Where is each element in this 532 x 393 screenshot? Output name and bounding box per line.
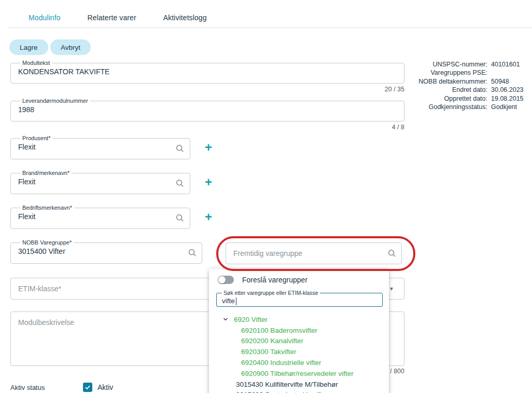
search-icon[interactable] (175, 179, 185, 188)
aktiv-checkbox[interactable] (83, 383, 92, 392)
tab-divider (7, 28, 532, 28)
add-brand-button[interactable]: + (202, 176, 215, 188)
info-label: NOBB deltakernummer: (409, 77, 487, 86)
info-value: 30.06.2023 (491, 86, 524, 94)
text-cursor (236, 297, 236, 305)
varegruppe-search-label: Søk etter varegruppe eller ETIM-klasse (222, 290, 320, 296)
leverandormodulnummer-counter: 4 / 8 (353, 124, 404, 131)
aktiv-checkbox-label: Aktiv (97, 383, 113, 391)
tree-node-3015430[interactable]: 3015430 Kullfiltervifte M/Tilbehør (209, 379, 389, 390)
tree-node-6920400[interactable]: 6920400 Industrielle vifter (209, 357, 389, 368)
modultekst-counter: 20 / 35 (353, 86, 404, 93)
tree-node-partial[interactable]: 3015690 Sentralavtrekksvifter (209, 390, 389, 393)
tree-node-6920[interactable]: 6920 Vifter (209, 314, 389, 325)
tree-node-6920200[interactable]: 6920200 Kanalvifter (209, 336, 389, 347)
tab-bar: Modulinfo Relaterte varer Aktivitetslogg (29, 13, 207, 22)
nobb-varegruppe-label: NOBB Varegruppe* (20, 239, 74, 246)
info-label: Opprettet dato: (409, 94, 487, 103)
info-label: UNSPSC-nummer: (409, 60, 487, 69)
toggle-knob (218, 276, 226, 283)
tree-node-6920900[interactable]: 6920900 Tilbehør/reservedeler vifter (209, 368, 389, 379)
varegruppe-search-field: Søk etter varegruppe eller ETIM-klasse (216, 290, 383, 307)
module-edit-page: Modulinfo Relaterte varer Aktivitetslogg… (0, 0, 532, 393)
modultekst-input[interactable] (17, 67, 398, 76)
modultekst-field: Modultekst (10, 60, 404, 84)
foresla-varegrupper-toggle[interactable]: Foreslå varegrupper (218, 276, 307, 284)
info-label: Varegruppens PSE: (409, 69, 487, 77)
info-label: Endret dato: (409, 86, 487, 94)
module-info-panel: UNSPSC-nummer: 40101601 Varegruppens PSE… (409, 60, 524, 111)
search-icon[interactable] (175, 213, 185, 223)
add-produsent-button[interactable]: + (202, 141, 215, 154)
produsent-field: Produsent* (10, 135, 190, 159)
info-row-opprettet-dato: Opprettet dato: 19.08.2015 (409, 94, 524, 103)
leverandormodulnummer-label: Leverandørmodulnummer (20, 98, 90, 104)
search-icon[interactable] (175, 144, 185, 153)
brand-merkenavn-input[interactable] (17, 177, 184, 186)
info-row-deltakernummer: NOBB deltakernummer: 50948 (409, 77, 524, 86)
info-value: Godkjent (491, 103, 517, 111)
add-bedriftsmerkenavn-button[interactable]: + (202, 211, 215, 223)
tab-relaterte-varer[interactable]: Relaterte varer (88, 13, 136, 22)
varegruppe-tree: 6920 Vifter 6920100 Baderomsvifter 69202… (209, 314, 389, 393)
check-icon (85, 384, 91, 390)
produsent-label: Produsent* (20, 135, 52, 141)
tree-node-label: 6920 Vifter (234, 316, 268, 323)
tab-modulinfo[interactable]: Modulinfo (29, 13, 61, 22)
produsent-input[interactable] (17, 142, 184, 151)
search-icon[interactable] (387, 249, 397, 258)
info-label: Godkjenningsstatus: (409, 103, 487, 111)
toggle-track[interactable] (218, 276, 234, 284)
tree-node-6920300[interactable]: 6920300 Takvifter (209, 346, 389, 357)
bedriftsmerkenavn-input[interactable] (17, 212, 184, 221)
caret-down-icon[interactable]: ▾ (390, 285, 393, 292)
info-value: 50948 (491, 77, 509, 86)
tab-aktivitetslogg[interactable]: Aktivitetslogg (163, 13, 207, 22)
info-value: 40101601 (491, 60, 520, 69)
varegruppe-search-input[interactable] (221, 297, 378, 305)
aktiv-status-label: Aktiv status (10, 384, 45, 391)
info-row-endret-dato: Endret dato: 30.06.2023 (409, 86, 524, 94)
varegruppe-dropdown-panel: Foreslå varegrupper Søk etter varegruppe… (209, 269, 389, 393)
bedriftsmerkenavn-label: Bedriftsmerkenavn* (20, 205, 74, 211)
tree-node-6920100[interactable]: 6920100 Baderomsvifter (209, 325, 389, 336)
modultekst-label: Modultekst (20, 60, 52, 66)
fremtidig-varegruppe-input[interactable] (226, 242, 402, 264)
save-button[interactable]: Lagre (9, 39, 48, 55)
nobb-varegruppe-field: NOBB Varegruppe* (10, 239, 202, 264)
info-value: 19.08.2015 (491, 94, 524, 103)
brand-merkenavn-field: Brand/merkenavn* (10, 170, 190, 194)
leverandormodulnummer-input[interactable] (17, 105, 398, 114)
cancel-button[interactable]: Avbryt (50, 39, 91, 55)
brand-merkenavn-label: Brand/merkenavn* (20, 170, 72, 176)
nobb-varegruppe-input[interactable] (17, 247, 195, 255)
bedriftsmerkenavn-field: Bedriftsmerkenavn* (10, 205, 190, 229)
search-icon[interactable] (188, 248, 197, 258)
info-row-pse: Varegruppens PSE: (409, 69, 524, 77)
toggle-label: Foreslå varegrupper (242, 276, 307, 284)
info-row-godkjenningsstatus: Godkjenningsstatus: Godkjent (409, 103, 524, 111)
chevron-down-icon[interactable] (222, 316, 229, 322)
leverandormodulnummer-field: Leverandørmodulnummer (10, 98, 404, 121)
info-row-unspsc: UNSPSC-nummer: 40101601 (409, 60, 524, 69)
